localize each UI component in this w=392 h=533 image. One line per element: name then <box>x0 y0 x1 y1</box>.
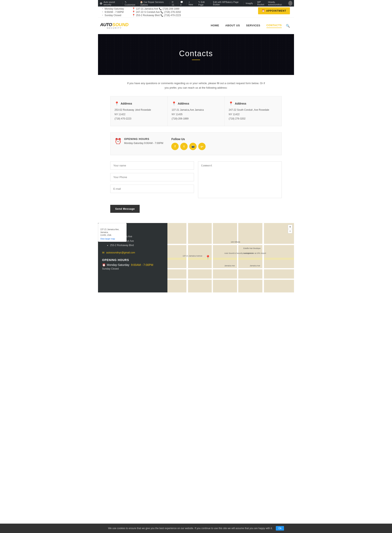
hero-banner: Contacts <box>98 34 294 75</box>
main-nav: HOME ABOUT US SERVICES CONTACTS <box>211 24 282 28</box>
address-card-3: 📍 Address 247-22 South Conduit ,Ave Rose… <box>224 96 282 126</box>
street-label-lexington: Lexington Inn at JFK Airport <box>243 252 266 254</box>
form-right <box>198 161 282 199</box>
nav-contacts[interactable]: CONTACTS <box>266 24 282 28</box>
map-loc-3: 253-2 Rockaway Blvd <box>110 243 134 248</box>
address-label-2: Address <box>178 102 189 105</box>
name-input[interactable] <box>110 161 194 170</box>
admin-bar: ⊕ Auto sound security ✎ Customize 🏠 Car … <box>98 0 294 7</box>
schedule-hours: 9:00AM - 7:00PM <box>105 11 124 14</box>
logo-security: SECURITY <box>107 27 122 29</box>
instagram-icon[interactable]: 📷 <box>189 143 197 150</box>
hours-content: OPENING HOURS Monday-Saturday 9:00AM - 7… <box>124 137 163 145</box>
phone-icon-1: 📞 <box>159 8 162 10</box>
address-label-1: Address <box>121 102 132 105</box>
nav-home[interactable]: HOME <box>211 24 219 28</box>
admin-rocket[interactable]: WP Rocket <box>257 1 267 6</box>
location-info: 📍 137-21 Jamaica Ave 📞 (718) 206-1889 📍 … <box>132 7 181 17</box>
address-details-1: 253-02 Rockaway ,blvd Rosedale NY 11422 … <box>115 108 163 121</box>
logo[interactable]: AUTO SOUND SECURITY <box>102 20 126 32</box>
email-input[interactable] <box>110 185 194 193</box>
schedule-sunday: Sunday Closed <box>105 14 121 17</box>
address-title-2: 📍 Address <box>172 101 220 106</box>
pin-icon-addr-2: 📍 <box>172 101 176 106</box>
hero-title: Contacts <box>179 49 213 60</box>
pin-icon-addr-3: 📍 <box>229 101 233 106</box>
phone-icon-3: 📞 <box>160 14 163 17</box>
appointment-wrapper: ⏰ APPOINTMENT <box>254 7 290 17</box>
clock-icon: ⏰ <box>262 9 265 12</box>
admin-wpbakery[interactable]: Edit with WPBakery Page Builder <box>213 1 241 6</box>
appointment-button[interactable]: ⏰ APPOINTMENT <box>258 7 290 14</box>
address-details-3: 247-22 South Conduit ,Ave Rosedale NY 11… <box>229 108 277 121</box>
address-title-3: 📍 Address <box>229 101 277 106</box>
appointment-label: APPOINTMENT <box>266 9 286 12</box>
street-label-estelle: Estelle Hair Boutique <box>243 247 261 249</box>
main-content: If you have any questions or comments re… <box>98 75 294 219</box>
street-label-jamaica: 137-21 Jamaica Avenue <box>182 255 202 257</box>
location-phone-3: (718) 470-2223 <box>164 14 181 17</box>
address-card-2: 📍 Address 137-21 Jamaica,Ave Jamaica NY … <box>168 96 225 126</box>
search-icon[interactable]: 🔍 <box>286 24 290 28</box>
popup-title: 137-21 Jamaica Ave <box>100 225 124 228</box>
map-popup: 137-21 Jamaica Ave 137-21 Jamaica Ave, J… <box>98 223 126 242</box>
twitter-icon[interactable]: t <box>180 143 188 150</box>
send-message-button[interactable]: Send Message <box>110 205 140 213</box>
location-row-3: 📍 253-2 Rockaway Blvd 📞 (718) 470-2223 <box>132 14 181 17</box>
location-phone-1: (718) 206-1889 <box>163 7 179 10</box>
wp-icon[interactable]: ⊕ <box>100 1 102 5</box>
logo-sound: SOUND <box>112 23 128 27</box>
admin-updates[interactable]: ⟳ 11 <box>172 1 176 6</box>
admin-comments[interactable]: 💬 0 <box>180 1 184 6</box>
nav-about[interactable]: ABOUT US <box>225 24 240 28</box>
street-v-1 <box>187 223 188 292</box>
street-v-3 <box>237 223 238 292</box>
googleplus-icon[interactable]: g+ <box>198 143 205 150</box>
location-addr-3: 253-2 Rockaway Blvd <box>136 14 160 17</box>
schedule-row-2: • 9:00AM - 7:00PM <box>102 11 124 14</box>
clock-icon-hours: ⏰ <box>115 138 122 145</box>
location-addr-1: 137-21 Jamaica Ave <box>136 7 158 10</box>
phone-icon-2: 📞 <box>160 11 163 14</box>
zoom-out[interactable]: − <box>288 229 292 233</box>
admin-new[interactable]: + New <box>188 1 194 6</box>
social-icons: f t 📷 g+ <box>171 143 205 150</box>
street-label-jamaica-ave-2: Jamaica Ave <box>250 265 260 267</box>
address-label-3: Address <box>235 102 246 105</box>
address-card-1: 📍 Address 253-02 Rockaway ,blvd Rosedale… <box>110 96 168 126</box>
nav-services[interactable]: SERVICES <box>246 24 260 28</box>
follow-section: Follow Us f t 📷 g+ <box>171 137 205 150</box>
facebook-icon[interactable]: f <box>171 143 179 150</box>
location-row-1: 📍 137-21 Jamaica Ave 📞 (718) 206-1889 <box>132 7 181 10</box>
map-background: 📍 137-21 Jamaica Avenue 169 Hillside Est… <box>168 223 294 292</box>
popup-link[interactable]: View larger map <box>100 238 115 240</box>
location-row-2: 📍 247-22 S Conduit Ave 📞 (718) 276-3202 <box>132 11 181 14</box>
map-zoom-controls: + − <box>288 225 292 234</box>
location-addr-2: 247-22 S Conduit Ave <box>136 11 160 14</box>
intro-text: If you have any questions or comments re… <box>126 81 266 90</box>
admin-edit-page[interactable]: ✎ Edit Page <box>198 1 209 6</box>
map-marker-1: 📍 <box>205 255 210 260</box>
schedule-info: • Monday-Saturday • 9:00AM - 7:00PM • Su… <box>102 7 124 17</box>
map-hours-text: Monday-Saturday 9:00AM - 7:00PM <box>107 263 153 266</box>
map-section: 137-21 Jamaica Ave 137-21 Jamaica Ave, J… <box>98 223 294 292</box>
admin-avatar[interactable] <box>288 1 292 6</box>
street-v-4 <box>262 223 264 292</box>
schedule-row-3: • Sunday Closed <box>102 14 124 17</box>
zoom-in[interactable]: + <box>288 225 292 229</box>
admin-options[interactable]: 🏠 Car Repair Services Options <box>140 1 168 6</box>
map-overlay: 137-21 Jamaica Ave 137-21 Jamaica Ave, J… <box>98 223 168 292</box>
form-left <box>110 161 194 199</box>
pin-icon-3: 📍 <box>132 14 135 17</box>
admin-site-name[interactable]: Auto sound security <box>103 1 121 6</box>
map-closed: Sunday Closed <box>102 267 163 270</box>
map-hours-row: ⏰ Monday-Saturday 9:00AM - 7:00PM <box>102 263 163 266</box>
pin-icon-addr-1: 📍 <box>115 101 119 106</box>
admin-imagify[interactable]: Imagify <box>246 2 253 5</box>
admin-customize[interactable]: ✎ Customize <box>125 1 136 6</box>
comment-textarea[interactable] <box>198 161 282 198</box>
address-details-2: 137-21 Jamaica,Ave Jamaica NY 11435 (718… <box>172 108 220 121</box>
schedule-row-1: • Monday-Saturday <box>102 7 124 10</box>
email-icon: ✉ <box>102 251 105 254</box>
phone-input[interactable] <box>110 173 194 181</box>
